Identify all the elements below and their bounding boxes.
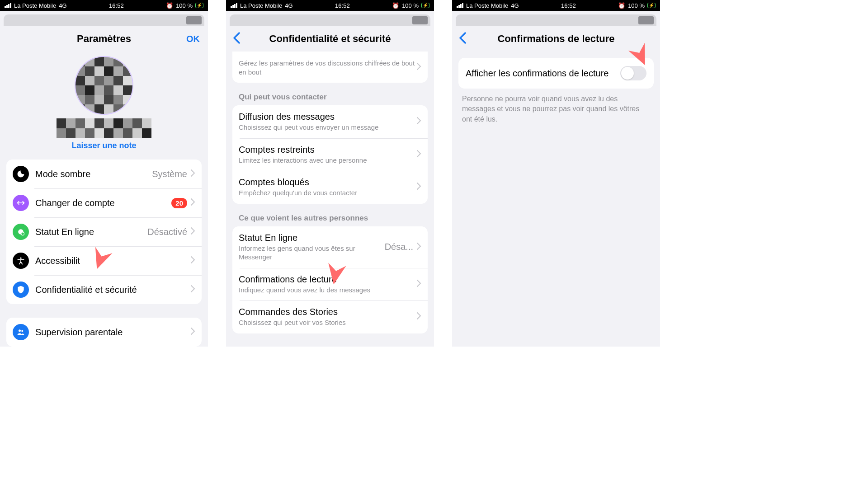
battery-icon: ⚡ <box>421 3 429 8</box>
chevron-right-icon <box>191 328 195 337</box>
network-label: 4G <box>285 2 292 9</box>
row-encryption[interactable]: Gérez les paramètres de vos discussions … <box>232 52 428 83</box>
profile-name <box>57 118 151 138</box>
restricted-sub: Limitez les interactions avec une person… <box>239 156 417 165</box>
moon-icon <box>13 166 29 182</box>
privacy-header: Confidentialité et sécurité <box>226 26 434 52</box>
blocked-label: Comptes bloqués <box>239 177 417 188</box>
blocked-sub: Empêchez quelqu'un de vous contacter <box>239 188 417 197</box>
signal-icon <box>457 3 463 8</box>
screen-1-settings: La Poste Mobile 4G 16:52 ⏰ 100 % ⚡ Param… <box>0 0 208 347</box>
network-label: 4G <box>511 2 519 9</box>
restricted-label: Comptes restreints <box>239 145 417 155</box>
battery-icon: ⚡ <box>195 3 203 8</box>
read-receipts-footer: Personne ne pourra voir quand vous avez … <box>452 89 660 130</box>
settings-title: Paramètres <box>77 33 131 45</box>
row-show-read-receipts: Afficher les confirmations de lecture <box>458 58 654 89</box>
show-read-label: Afficher les confirmations de lecture <box>466 67 620 79</box>
accessibility-icon <box>13 253 29 269</box>
switch-account-label: Changer de compte <box>35 198 171 208</box>
leave-note-link[interactable]: Laisser une note <box>71 141 136 150</box>
battery-label: 100 % <box>402 2 419 9</box>
row-message-delivery[interactable]: Diffusion des messages Choisissez qui pe… <box>232 105 428 138</box>
switch-account-badge: 20 <box>171 198 187 208</box>
svg-point-1 <box>21 232 24 235</box>
screen-3-read-receipts: La Poste Mobile 4G 16:52 ⏰ 100 % ⚡ Confi… <box>452 0 660 347</box>
settings-group-main: Mode sombre Système Changer de compte 20… <box>6 160 202 304</box>
clock-label: 16:52 <box>335 2 350 9</box>
chevron-right-icon <box>191 169 195 178</box>
svg-point-2 <box>20 258 21 259</box>
carrier-label: La Poste Mobile <box>466 2 508 9</box>
online-status-label: Statut En ligne <box>35 227 147 237</box>
row-blocked-accounts[interactable]: Comptes bloqués Empêchez quelqu'un de vo… <box>232 171 428 204</box>
read-receipts-title: Confirmations de lecture <box>497 33 614 45</box>
online-status-icon <box>13 224 29 240</box>
privacy-title: Confidentialité et sécurité <box>269 33 391 45</box>
settings-header: Paramètres OK <box>0 26 208 52</box>
chevron-right-icon <box>417 280 421 289</box>
avatar[interactable] <box>75 56 133 115</box>
row-accessibility[interactable]: Accessibilit <box>6 246 202 275</box>
accessibility-label: Accessibilit <box>35 256 191 266</box>
chevron-right-icon <box>417 243 421 252</box>
row-restricted-accounts[interactable]: Comptes restreints Limitez les interacti… <box>232 138 428 171</box>
privacy-label: Confidentialité et sécurité <box>35 285 191 295</box>
read-receipts-header: Confirmations de lecture <box>452 26 660 52</box>
alarm-icon: ⏰ <box>166 2 173 9</box>
group-contact: Diffusion des messages Choisissez qui pe… <box>232 105 428 204</box>
network-label: 4G <box>59 2 66 9</box>
chevron-right-icon <box>191 256 195 265</box>
status-bar: La Poste Mobile 4G 16:52 ⏰ 100 % ⚡ <box>0 0 208 11</box>
back-button[interactable] <box>232 32 241 46</box>
read-label: Confirmations de lecture <box>239 274 417 285</box>
back-button[interactable] <box>458 32 467 46</box>
parental-label: Supervision parentale <box>35 327 191 338</box>
row-stories-controls[interactable]: Commandes des Stories Choisissez qui peu… <box>232 300 428 333</box>
row-privacy-security[interactable]: Confidentialité et sécurité <box>6 275 202 304</box>
chevron-right-icon <box>417 183 421 192</box>
delivery-label: Diffusion des messages <box>239 112 417 122</box>
read-receipts-toggle[interactable] <box>620 66 646 80</box>
card-peek <box>4 14 204 26</box>
people-icon <box>13 324 29 340</box>
group-encryption-partial: Gérez les paramètres de vos discussions … <box>232 52 428 83</box>
carrier-label: La Poste Mobile <box>14 2 56 9</box>
online-status-value: Désactivé <box>147 227 187 237</box>
section-who-contacts: Qui peut vous contacter <box>226 83 434 105</box>
alarm-icon: ⏰ <box>392 2 399 9</box>
signal-icon <box>5 3 11 8</box>
chevron-right-icon <box>191 198 195 207</box>
battery-icon: ⚡ <box>647 3 656 8</box>
clock-label: 16:52 <box>561 2 576 9</box>
encryption-sub: Gérez les paramètres de vos discussions … <box>239 59 417 76</box>
clock-label: 16:52 <box>109 2 124 9</box>
chevron-right-icon <box>417 150 421 159</box>
row-dark-mode[interactable]: Mode sombre Système <box>6 160 202 188</box>
section-what-others-see: Ce que voient les autres personnes <box>226 204 434 226</box>
read-sub: Indiquez quand vous avez lu des messages <box>239 286 417 295</box>
ok-button[interactable]: OK <box>186 34 200 44</box>
alarm-icon: ⏰ <box>618 2 625 9</box>
shield-icon <box>13 282 29 298</box>
stories-label: Commandes des Stories <box>239 307 417 317</box>
row-online-status-2[interactable]: Statut En ligne Informez les gens quand … <box>232 226 428 268</box>
row-parental[interactable]: Supervision parentale <box>6 318 202 347</box>
chevron-right-icon <box>191 227 195 236</box>
chevron-right-icon <box>417 63 421 72</box>
row-switch-account[interactable]: Changer de compte 20 <box>6 188 202 217</box>
signal-icon <box>231 3 237 8</box>
online2-value: Désa... <box>385 242 413 252</box>
carrier-label: La Poste Mobile <box>240 2 282 9</box>
delivery-sub: Choisissez qui peut vous envoyer un mess… <box>239 123 417 132</box>
profile-block: Laisser une note <box>0 52 208 153</box>
group-visible: Statut En ligne Informez les gens quand … <box>232 226 428 333</box>
chevron-right-icon <box>417 117 421 126</box>
row-online-status[interactable]: Statut En ligne Désactivé <box>6 217 202 246</box>
screen-2-privacy: La Poste Mobile 4G 16:52 ⏰ 100 % ⚡ Confi… <box>226 0 434 347</box>
row-read-receipts[interactable]: Confirmations de lecture Indiquez quand … <box>232 268 428 301</box>
card-peek <box>230 14 430 26</box>
card-peek <box>456 14 656 26</box>
dark-mode-label: Mode sombre <box>35 169 152 179</box>
group-read-toggle: Afficher les confirmations de lecture <box>458 58 654 89</box>
